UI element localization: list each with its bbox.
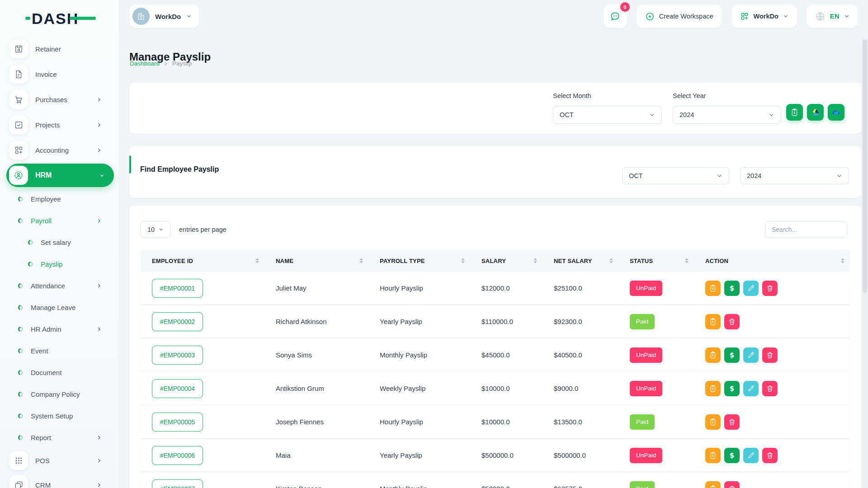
column-header-name[interactable]: NAME (264, 258, 368, 264)
payslip-action-button[interactable]: $ (705, 381, 721, 396)
chevron-down-icon (186, 14, 192, 19)
grid-dots-icon (9, 451, 28, 470)
edit-action-button[interactable] (743, 448, 759, 463)
messages-badge: 0 (619, 1, 631, 13)
delete-action-button[interactable] (724, 481, 740, 488)
check-square-icon (9, 115, 28, 134)
sidebar-item-hrm[interactable]: HRM (6, 164, 114, 187)
bullet-icon (18, 283, 23, 288)
find-month-select[interactable]: OCT (622, 167, 729, 184)
sidebar-item-purchases[interactable]: Purchases (0, 87, 118, 112)
payslip-action-button[interactable]: $ (705, 414, 721, 430)
employee-id-button[interactable]: #EMP00002 (152, 312, 203, 331)
pay-action-button[interactable]: $ (724, 347, 740, 363)
column-header-status[interactable]: STATUS (618, 258, 694, 264)
sidebar-item-set-salary[interactable]: Set salary (0, 231, 118, 253)
chevron-down-icon (99, 173, 105, 178)
net-salary: $500000.0 (542, 451, 618, 459)
sidebar-item-payroll[interactable]: Payroll (0, 210, 118, 231)
payslip-action-button[interactable]: $ (705, 314, 721, 329)
column-header-employee-id[interactable]: EMPLOYEE ID (141, 258, 264, 264)
employee-name: Sonya Sims (264, 351, 368, 359)
breadcrumb-dashboard-link[interactable]: Dashboard (130, 60, 160, 67)
workspace-switcher[interactable]: WorkDo (129, 5, 199, 28)
workdo-apps-menu[interactable]: WorkDo (731, 5, 797, 28)
chevron-right-icon (96, 482, 102, 488)
employee-id-button[interactable]: #EMP00007 (152, 479, 203, 488)
employee-id-button[interactable]: #EMP00004 (152, 379, 203, 398)
find-year-select[interactable]: 2024 (740, 167, 849, 184)
pay-action-button[interactable]: $ (724, 448, 740, 463)
column-header-salary[interactable]: SALARY (470, 258, 542, 264)
year-select[interactable]: 2024 (673, 106, 781, 124)
bulk-payment-button[interactable]: $ (786, 104, 803, 121)
pay-action-button[interactable]: $ (724, 281, 740, 296)
clipboard-dollar-icon: $ (709, 485, 717, 488)
column-header-action[interactable]: ACTION (694, 258, 850, 264)
employee-id-button[interactable]: #EMP00001 (152, 279, 203, 298)
pay-action-button[interactable]: $ (724, 381, 740, 396)
onedrive-export-button[interactable] (828, 104, 844, 121)
delete-action-button[interactable] (762, 281, 778, 296)
chevron-right-icon (96, 283, 102, 289)
column-header-net-salary[interactable]: NET SALARY (542, 258, 618, 264)
status-badge: Paid (630, 414, 655, 430)
language-selector[interactable]: EN (807, 5, 858, 28)
sidebar-item-invoice[interactable]: Invoice (0, 61, 118, 87)
sidebar-item-employee[interactable]: Employee (0, 188, 118, 210)
sidebar-item-retainer[interactable]: Retainer (0, 36, 118, 61)
dollar-icon: $ (730, 451, 734, 460)
create-workspace-button[interactable]: Create Workspace (637, 5, 722, 28)
edit-action-button[interactable] (743, 281, 759, 296)
sidebar-item-manage-leave[interactable]: Manage Leave (0, 296, 118, 318)
employee-id-button[interactable]: #EMP00003 (152, 346, 203, 365)
entries-per-page-select[interactable]: 10 (141, 221, 170, 238)
status-badge: UnPaid (630, 448, 662, 463)
sidebar-item-document[interactable]: Document (0, 361, 118, 383)
page-scrollbar-thumb[interactable] (863, 40, 867, 293)
svg-text:$: $ (712, 320, 714, 324)
app-logo[interactable]: DASH (32, 10, 79, 28)
entries-per-page-value: 10 (147, 226, 155, 233)
delete-action-button[interactable] (762, 448, 778, 463)
onedrive-icon (831, 108, 841, 117)
bullet-icon (18, 348, 23, 353)
employee-id-button[interactable]: #EMP00005 (152, 413, 203, 432)
month-select[interactable]: OCT (553, 106, 662, 124)
column-header-payroll-type[interactable]: PAYROLL TYPE (368, 258, 470, 264)
sidebar-item-hr-admin[interactable]: HR Admin (0, 318, 118, 340)
sidebar-item-payslip[interactable]: Payslip (0, 253, 118, 275)
payslip-action-button[interactable]: $ (705, 481, 721, 488)
sidebar-item-projects[interactable]: Projects (0, 112, 118, 137)
sidebar-item-accounting[interactable]: Accounting (0, 137, 118, 163)
messages-button[interactable]: 0 (604, 5, 627, 28)
grid-plus-icon (9, 141, 28, 160)
page-scrollbar[interactable] (862, 38, 868, 488)
delete-action-button[interactable] (762, 381, 778, 396)
delete-action-button[interactable] (762, 347, 778, 363)
payroll-type: Hourly Payslip (368, 284, 470, 292)
employee-id-button[interactable]: #EMP00006 (152, 446, 203, 465)
sidebar-item-crm[interactable]: CRM (0, 473, 118, 488)
clipboard-dollar-icon: $ (709, 351, 717, 359)
payslip-action-button[interactable]: $ (705, 448, 721, 463)
sidebar-item-attendance[interactable]: Attendance (0, 275, 118, 296)
search-input[interactable] (765, 221, 847, 238)
sidebar-item-report[interactable]: Report (0, 427, 118, 448)
chevron-down-icon (717, 173, 722, 179)
sidebar-item-company-policy[interactable]: Company Policy (0, 383, 118, 405)
breadcrumb: Dashboard Payslip (130, 60, 192, 67)
sidebar-item-event[interactable]: Event (0, 340, 118, 361)
trash-icon (766, 451, 774, 460)
salary: $45000.0 (470, 351, 542, 359)
payslip-action-button[interactable]: $ (705, 281, 721, 296)
delete-action-button[interactable] (724, 314, 740, 329)
edit-action-button[interactable] (743, 347, 759, 363)
google-drive-export-button[interactable] (807, 104, 824, 121)
edit-action-button[interactable] (743, 381, 759, 396)
topbar-right: 0 Create Workspace WorkDo EN (604, 5, 858, 28)
sidebar-item-pos[interactable]: POS (0, 448, 118, 473)
delete-action-button[interactable] (724, 414, 740, 430)
sidebar-item-system-setup[interactable]: System Setup (0, 405, 118, 427)
payslip-action-button[interactable]: $ (705, 347, 721, 363)
